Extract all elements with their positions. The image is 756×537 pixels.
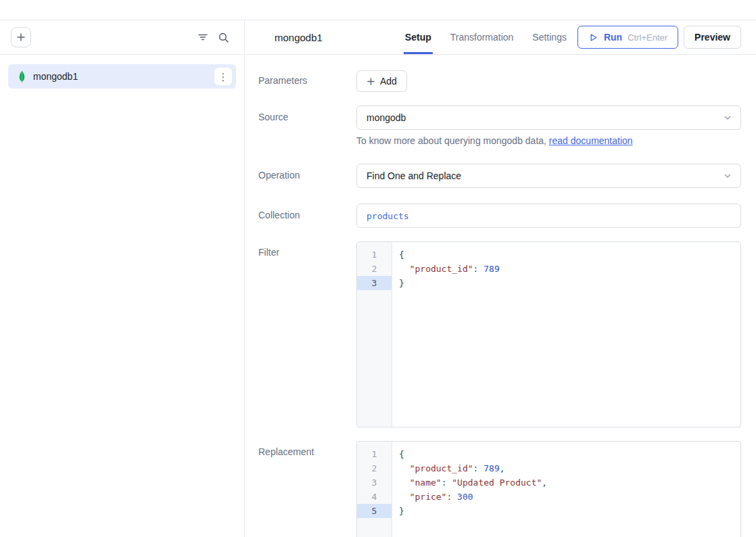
replacement-code-content[interactable]: { "product_id": 789, "name": "Updated Pr… — [392, 442, 740, 537]
search-queries-button[interactable] — [213, 27, 233, 47]
kebab-icon: ⋮ — [218, 72, 229, 82]
replacement-row: Replacement 12345 { "product_id": 789, "… — [258, 441, 741, 537]
mongodb-leaf-icon — [18, 70, 26, 83]
query-editor-panel: mongodb1 Setup Transformation Settings R… — [245, 20, 756, 537]
code-line: "name": "Updated Product", — [399, 475, 740, 490]
source-select-value: mongodb — [367, 112, 406, 123]
line-number: 4 — [357, 490, 392, 504]
tab-setup[interactable]: Setup — [404, 20, 433, 54]
code-line: { — [399, 447, 740, 461]
read-documentation-link[interactable]: read documentation — [549, 135, 633, 146]
parameters-row: Parameters Add — [258, 70, 741, 92]
collection-label: Collection — [258, 204, 356, 228]
preview-button[interactable]: Preview — [684, 26, 741, 49]
source-row: Source mongodb To know more about queryi… — [258, 106, 741, 146]
query-item-menu-button[interactable]: ⋮ — [214, 68, 232, 85]
query-editor-body: Parameters Add Source — [245, 55, 756, 537]
main-layout: mongodb1 ⋮ mongodb1 Setup Transformation… — [0, 20, 756, 537]
run-shortcut-hint: Ctrl+Enter — [628, 32, 667, 43]
header-buttons: Run Ctrl+Enter Preview — [577, 20, 741, 54]
plus-icon — [16, 32, 26, 42]
line-number: 1 — [357, 447, 392, 461]
sidebar-header — [0, 20, 244, 55]
collection-row: Collection products — [258, 204, 741, 228]
app-window: mongodb1 ⋮ mongodb1 Setup Transformation… — [0, 0, 756, 537]
replacement-code-editor[interactable]: 12345 { "product_id": 789, "name": "Upda… — [356, 441, 741, 537]
source-select[interactable]: mongodb — [356, 106, 741, 130]
query-item-label: mongodb1 — [33, 71, 208, 82]
editor-tabs: Setup Transformation Settings — [404, 20, 568, 54]
code-line: } — [399, 504, 740, 518]
query-title: mongodb1 — [275, 20, 323, 54]
query-editor-header: mongodb1 Setup Transformation Settings R… — [245, 20, 756, 55]
filter-row: Filter 123 { "product_id": 789} — [258, 241, 741, 427]
line-number: 2 — [357, 262, 392, 276]
add-parameter-label: Add — [380, 76, 397, 87]
collection-input[interactable]: products — [356, 204, 741, 228]
line-number: 3 — [357, 475, 392, 490]
run-button[interactable]: Run Ctrl+Enter — [577, 26, 678, 49]
filter-icon — [197, 32, 208, 43]
code-line: } — [399, 276, 740, 290]
operation-select[interactable]: Find One and Replace — [356, 164, 741, 188]
query-sidebar: mongodb1 ⋮ — [0, 20, 245, 537]
code-line: "product_id": 789, — [399, 461, 740, 475]
line-number: 2 — [357, 461, 392, 475]
line-number: 1 — [357, 248, 392, 262]
filter-queries-button[interactable] — [193, 27, 213, 47]
filter-label: Filter — [258, 241, 356, 427]
add-query-button[interactable] — [11, 27, 31, 47]
code-line: "product_id": 789 — [399, 262, 740, 276]
operation-label: Operation — [258, 164, 356, 188]
top-bar — [0, 0, 756, 20]
code-line: "price": 300 — [399, 490, 740, 504]
line-number: 3 — [357, 276, 392, 290]
replacement-label: Replacement — [258, 441, 356, 537]
play-icon — [588, 32, 598, 43]
add-parameter-button[interactable]: Add — [356, 70, 407, 92]
line-number-gutter: 123 — [357, 242, 392, 427]
parameters-label: Parameters — [258, 70, 356, 92]
chevron-down-icon — [723, 171, 732, 181]
plus-icon — [367, 77, 375, 86]
line-number: 5 — [357, 504, 392, 518]
query-list-item-mongodb1[interactable]: mongodb1 ⋮ — [8, 64, 236, 89]
code-line: { — [399, 248, 740, 262]
run-button-label: Run — [604, 32, 622, 43]
operation-row: Operation Find One and Replace — [258, 164, 741, 188]
source-label: Source — [258, 106, 356, 146]
collection-input-value: products — [367, 211, 409, 221]
tab-settings[interactable]: Settings — [531, 20, 568, 54]
source-helper-text: To know more about querying mongodb data… — [356, 135, 741, 146]
line-number-gutter: 12345 — [357, 442, 392, 537]
tab-transformation[interactable]: Transformation — [449, 20, 515, 54]
chevron-down-icon — [723, 113, 732, 122]
search-icon — [218, 32, 229, 43]
filter-code-editor[interactable]: 123 { "product_id": 789} — [356, 241, 741, 427]
filter-code-content[interactable]: { "product_id": 789} — [392, 242, 740, 427]
operation-select-value: Find One and Replace — [367, 170, 461, 181]
